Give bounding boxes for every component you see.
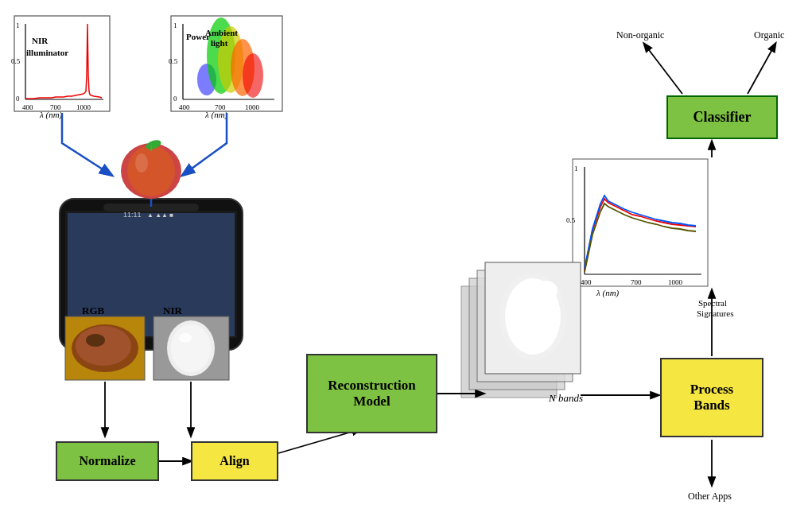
svg-text:RGB: RGB	[82, 305, 105, 316]
svg-text:0.5: 0.5	[11, 57, 21, 65]
svg-text:NIR: NIR	[163, 305, 182, 316]
svg-point-60	[179, 333, 192, 343]
svg-text:1000: 1000	[668, 278, 683, 286]
svg-text:1000: 1000	[245, 103, 260, 111]
svg-point-25	[243, 53, 263, 98]
svg-text:400: 400	[22, 103, 33, 111]
svg-text:light: light	[211, 38, 228, 48]
svg-text:Organic: Organic	[754, 29, 784, 41]
svg-text:Other Apps: Other Apps	[688, 491, 732, 502]
svg-text:0.5: 0.5	[566, 216, 576, 224]
svg-text:1: 1	[574, 165, 578, 173]
svg-text:400: 400	[179, 103, 190, 111]
svg-point-47	[127, 146, 175, 196]
svg-text:1000: 1000	[76, 103, 91, 111]
svg-text:λ (nm): λ (nm)	[39, 110, 63, 120]
svg-point-50	[135, 153, 148, 173]
svg-text:▲ ▲▲ ■: ▲ ▲▲ ■	[147, 211, 173, 219]
reconstruction-label: Reconstruction	[328, 378, 415, 394]
svg-point-69	[512, 291, 531, 305]
normalize-box: Normalize	[56, 441, 159, 481]
svg-point-59	[171, 324, 211, 372]
svg-text:illuminator: illuminator	[26, 48, 68, 57]
svg-text:λ (nm): λ (nm)	[596, 288, 620, 298]
svg-point-56	[86, 334, 105, 347]
process-label: Process	[690, 382, 733, 398]
svg-text:Ambient: Ambient	[205, 28, 238, 37]
reconstruction-model-box: Reconstruction Model	[306, 354, 437, 433]
svg-text:N bands: N bands	[548, 392, 583, 404]
svg-text:0: 0	[16, 95, 20, 103]
svg-text:Spectral: Spectral	[698, 298, 727, 308]
svg-point-70	[534, 281, 558, 300]
diagram-container: 1 0.5 0 400 700 1000 NIR illuminator λ (…	[0, 0, 812, 520]
svg-text:11:11: 11:11	[123, 211, 142, 219]
svg-rect-30	[573, 159, 708, 286]
svg-point-55	[76, 326, 131, 366]
svg-text:λ (nm): λ (nm)	[204, 110, 228, 120]
process-bands-box: Process Bands	[660, 358, 763, 437]
svg-text:400: 400	[581, 278, 592, 286]
svg-text:1: 1	[173, 21, 177, 29]
align-box: Align	[191, 441, 278, 481]
classifier-box: Classifier	[666, 95, 778, 139]
svg-text:NIR: NIR	[32, 36, 49, 45]
svg-text:1: 1	[16, 21, 20, 29]
svg-text:0.5: 0.5	[169, 57, 178, 65]
svg-text:Signatures: Signatures	[697, 309, 733, 318]
svg-text:0: 0	[173, 95, 177, 103]
svg-text:700: 700	[631, 278, 642, 286]
model-label: Model	[353, 394, 390, 409]
svg-text:Non-organic: Non-organic	[616, 29, 664, 41]
bands-label: Bands	[694, 398, 729, 413]
